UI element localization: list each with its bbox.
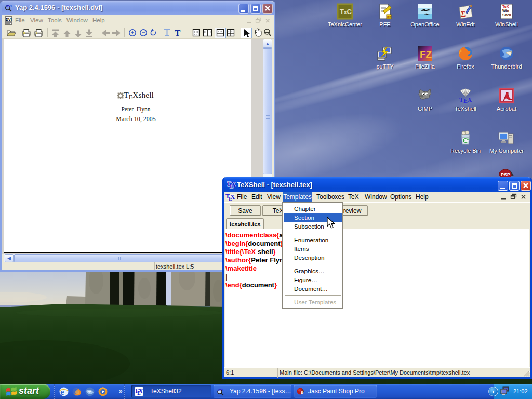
svg-text:FZ: FZ — [420, 49, 432, 60]
svg-text:TeX: TeX — [502, 5, 509, 8]
svg-text:32: 32 — [387, 15, 391, 19]
svg-text:DVI: DVI — [6, 18, 12, 21]
svg-text:DVI: DVI — [6, 4, 12, 8]
svg-text:Shell: Shell — [502, 13, 511, 17]
svg-text:X: X — [230, 193, 235, 201]
svg-text:X: X — [231, 180, 236, 188]
svg-text:Win-: Win- — [502, 9, 511, 12]
svg-text:Σ: Σ — [461, 10, 466, 18]
svg-text:e: e — [60, 388, 64, 396]
svg-text:X: X — [139, 388, 143, 394]
svg-text:TEX: TEX — [459, 96, 472, 104]
svg-text:PSP: PSP — [501, 172, 510, 177]
svg-text:T: T — [175, 28, 181, 38]
svg-text:TxC: TxC — [340, 8, 352, 16]
svg-text:DVI: DVI — [218, 388, 223, 391]
svg-text:»: » — [119, 388, 123, 395]
